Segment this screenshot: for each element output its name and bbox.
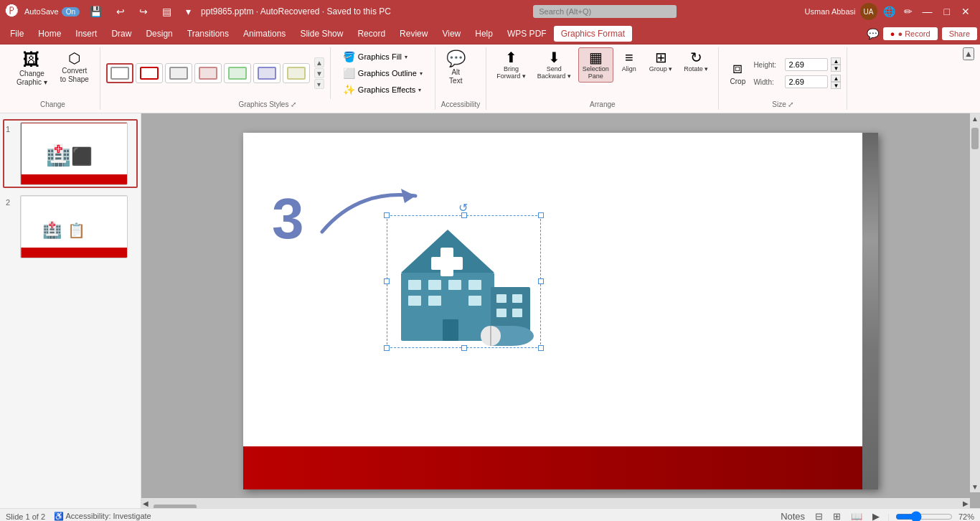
menu-bar: File Home Insert Draw Design Transitions… <box>0 23 980 44</box>
menu-review[interactable]: Review <box>392 26 435 42</box>
handle-mr[interactable] <box>538 278 544 284</box>
autosave-badge: AutoSave On <box>24 7 80 17</box>
rotate-button[interactable]: ↻ Rotate ▾ <box>679 47 712 75</box>
notes-button[interactable]: Notes <box>778 510 807 521</box>
selection-pane-button[interactable]: ▦ SelectionPane <box>578 47 613 83</box>
slide-num-1: 1 <box>6 125 17 133</box>
pen-icon[interactable]: ✏ <box>901 4 915 19</box>
menu-slideshow[interactable]: Slide Show <box>293 26 350 42</box>
crop-button[interactable]: ⧈ Crop <box>725 57 750 90</box>
hscroll-left-arrow[interactable]: ◀ <box>141 498 150 509</box>
menu-animations[interactable]: Animations <box>236 26 293 42</box>
undo-button[interactable]: ↩ <box>112 4 129 19</box>
customize-button[interactable]: ▾ <box>182 4 195 19</box>
handle-tm[interactable] <box>461 212 467 218</box>
height-spin-up[interactable]: ▲ <box>831 57 841 65</box>
handle-bl[interactable] <box>384 345 390 351</box>
convert-shape-button[interactable]: ⬡ Convertto Shape <box>55 47 94 88</box>
width-input[interactable] <box>785 75 828 88</box>
style-swatch-6[interactable] <box>253 63 281 83</box>
scroll-track <box>971 124 979 482</box>
menu-help[interactable]: Help <box>468 26 500 42</box>
align-button[interactable]: ≡ Align <box>616 47 642 75</box>
menu-record[interactable]: Record <box>350 26 392 42</box>
graphic-selection-area[interactable]: ↺ <box>387 215 541 348</box>
width-spin-down[interactable]: ▼ <box>831 82 841 89</box>
record-label: ● Record <box>897 29 930 38</box>
width-spin-up[interactable]: ▲ <box>831 75 841 82</box>
alt-text-button[interactable]: 💬 AltText <box>441 47 471 89</box>
style-swatch-7[interactable] <box>283 63 310 83</box>
autosave-toggle[interactable]: On <box>62 7 80 17</box>
redo-button[interactable]: ↪ <box>135 4 152 19</box>
hscroll-thumb[interactable] <box>154 504 197 508</box>
style-swatch-3[interactable] <box>165 63 192 83</box>
scroll-expand-arrow[interactable]: ▾ <box>314 79 324 89</box>
save-button[interactable]: 💾 <box>85 4 106 19</box>
height-row: Height: ▲ ▼ <box>753 57 841 72</box>
menu-design[interactable]: Design <box>138 26 179 42</box>
size-expand-icon[interactable]: ⤢ <box>788 100 793 108</box>
present-button[interactable]: ▤ <box>158 4 176 19</box>
search-input[interactable] <box>533 5 677 18</box>
send-backward-button[interactable]: ⬇ SendBackward ▾ <box>533 47 575 83</box>
height-spin-down[interactable]: ▼ <box>831 65 841 72</box>
alt-text-icon: 💬 <box>446 51 466 67</box>
file-name: ppt9865.pptm · AutoRecovered · Saved to … <box>201 6 391 17</box>
scroll-bottom-arrow[interactable]: ▼ <box>970 482 980 492</box>
scroll-top-arrow[interactable]: ▲ <box>970 113 980 124</box>
menu-home[interactable]: Home <box>31 26 68 42</box>
style-swatch-5[interactable] <box>224 63 251 83</box>
graphics-outline-button[interactable]: ⬜ Graphics Outline ▾ <box>339 65 426 81</box>
ribbon-collapse-button[interactable]: ▲ <box>963 47 974 60</box>
graphics-fill-button[interactable]: 🪣 Graphics Fill ▾ <box>339 49 426 65</box>
slide-2-svg: 🏥 📋 <box>21 196 128 258</box>
size-inputs-area: Height: ▲ ▼ Width: ▲ ▼ <box>753 55 841 92</box>
handle-ml[interactable] <box>384 278 390 284</box>
handle-bm[interactable] <box>461 345 467 351</box>
group-button[interactable]: ⊞ Group ▾ <box>645 47 677 75</box>
menu-wpspdf[interactable]: WPS PDF <box>500 26 554 42</box>
canvas-area: 3 ↺ <box>141 113 980 508</box>
close-button[interactable]: ✕ <box>957 4 974 19</box>
graphics-effects-button[interactable]: ✨ Graphics Effects ▾ <box>339 82 426 98</box>
menu-insert[interactable]: Insert <box>68 26 104 42</box>
arrange-group-content: ⬆ BringForward ▾ ⬇ SendBackward ▾ ▦ Sele… <box>492 47 712 99</box>
maximize-button[interactable]: □ <box>940 4 954 19</box>
scroll-thumb[interactable] <box>971 128 979 149</box>
handle-br[interactable] <box>538 345 544 351</box>
menu-view[interactable]: View <box>435 26 468 42</box>
style-swatch-2[interactable] <box>136 63 163 83</box>
scroll-up-arrow[interactable]: ▲ <box>314 57 324 67</box>
zoom-slider[interactable] <box>895 511 953 522</box>
menu-draw[interactable]: Draw <box>104 26 138 42</box>
language-icon[interactable]: 🌐 <box>880 4 898 19</box>
record-button[interactable]: ● ● Record <box>883 27 938 40</box>
height-spinner: ▲ ▼ <box>831 57 841 72</box>
comment-button[interactable]: 💬 <box>867 28 879 39</box>
slideshow-button[interactable]: ▶ <box>870 510 882 521</box>
hscroll-right-arrow[interactable]: ▶ <box>961 498 970 509</box>
menu-transitions[interactable]: Transitions <box>180 26 236 42</box>
slide-sorter-button[interactable]: ⊞ <box>831 510 843 521</box>
change-graphic-button[interactable]: 🖼 ChangeGraphic ▾ <box>11 47 52 90</box>
accessibility-info: ♿ Accessibility: Investigate <box>54 512 151 521</box>
styles-expand-icon[interactable]: ⤢ <box>291 100 296 108</box>
height-input[interactable] <box>785 58 828 71</box>
style-swatch-1[interactable] <box>106 63 133 83</box>
style-swatch-4[interactable] <box>194 63 222 83</box>
slide-thumb-2[interactable]: 2 🏥 📋 <box>3 192 138 261</box>
reading-view-button[interactable]: 📖 <box>849 510 864 521</box>
titlebar-left: 🅟 AutoSave On 💾 ↩ ↪ ▤ ▾ ppt9865.pptm · A… <box>6 4 405 19</box>
handle-tr[interactable] <box>538 212 544 218</box>
arrange-group-label: Arrange <box>492 100 712 110</box>
menu-file[interactable]: File <box>3 26 31 42</box>
menu-graphics-format[interactable]: Graphics Format <box>554 26 632 42</box>
handle-tl[interactable] <box>384 212 390 218</box>
share-button[interactable]: Share <box>942 27 977 40</box>
bring-forward-button[interactable]: ⬆ BringForward ▾ <box>492 47 530 83</box>
minimize-button[interactable]: — <box>918 4 937 19</box>
normal-view-button[interactable]: ⊟ <box>813 510 825 521</box>
slide-thumb-1[interactable]: 1 🏥 ⬛ <box>3 119 138 188</box>
scroll-down-arrow[interactable]: ▼ <box>314 68 324 78</box>
